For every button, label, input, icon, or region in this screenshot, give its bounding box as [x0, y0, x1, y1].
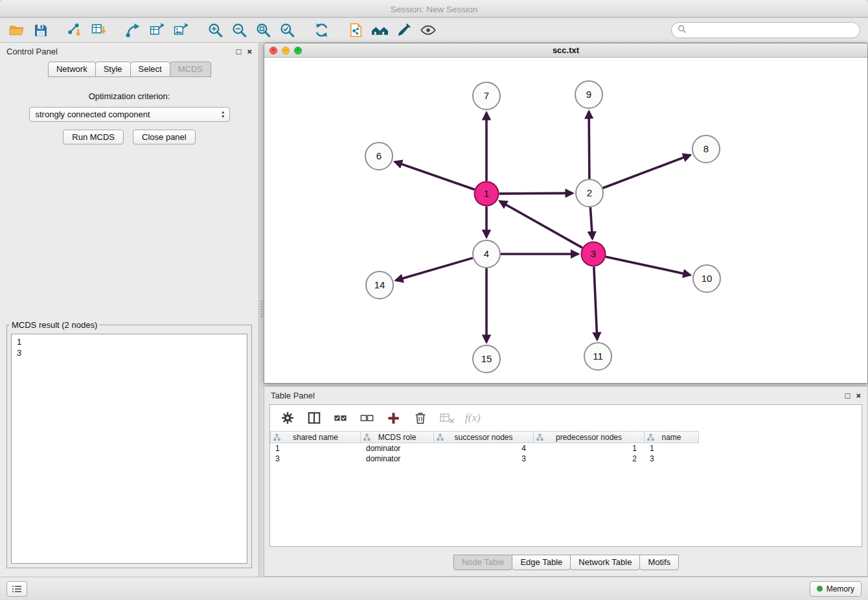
close-table-panel-icon[interactable]: × — [856, 391, 861, 400]
toolbar-group — [347, 21, 437, 39]
delete-row-icon[interactable] — [412, 410, 428, 426]
zoom-selected-icon[interactable] — [279, 21, 296, 39]
criterion-select[interactable]: strongly connected component ▲ ▼ — [29, 107, 230, 122]
edge-3-11[interactable] — [594, 266, 597, 340]
table-row[interactable]: 3dominator323 — [270, 454, 862, 464]
table-cell: 3 — [434, 454, 534, 463]
clear-selection-icon[interactable] — [359, 410, 375, 426]
export-table-icon[interactable] — [148, 21, 166, 39]
column-header-MCDS-role[interactable]: MCDS role — [361, 431, 434, 443]
float-panel-icon[interactable]: □ — [236, 47, 242, 56]
network-window-title: scc.txt — [553, 45, 579, 55]
columns-icon[interactable] — [306, 410, 322, 426]
attribute-tree-icon — [536, 433, 543, 443]
search-box[interactable] — [671, 22, 860, 38]
table-row[interactable]: 1dominator411 — [270, 443, 862, 454]
panel-list-icon[interactable] — [6, 581, 27, 597]
column-header-name[interactable]: name — [645, 431, 699, 443]
zoom-in-icon[interactable] — [207, 21, 224, 39]
mcds-result-title: MCDS result (2 nodes) — [10, 320, 99, 330]
attribute-tree-icon — [273, 433, 280, 443]
close-panel-icon[interactable]: × — [247, 47, 252, 56]
gear-icon[interactable] — [279, 410, 295, 426]
control-panel: Control Panel □ × NetworkStyleSelectMCDS… — [0, 43, 259, 577]
close-window-icon[interactable]: × — [269, 47, 277, 54]
close-panel-button[interactable]: Close panel — [133, 130, 196, 144]
delete-table-icon[interactable] — [439, 410, 455, 426]
node-label: 2 — [587, 187, 592, 198]
toolbar-group — [66, 21, 108, 39]
node-label: 4 — [484, 248, 489, 259]
node-label: 9 — [586, 89, 591, 100]
tab-network-table[interactable]: Network Table — [570, 555, 640, 570]
open-icon[interactable] — [8, 21, 25, 39]
minimize-window-icon[interactable]: − — [282, 47, 290, 54]
panel-divider[interactable] — [259, 43, 264, 577]
column-header-successor-nodes[interactable]: successor nodes — [434, 431, 534, 443]
optimization-label: Optimization criterion: — [0, 91, 258, 101]
zoom-window-icon[interactable]: + — [294, 47, 302, 54]
node-label: 3 — [591, 248, 596, 259]
network-canvas[interactable]: 7968124314101511 — [264, 58, 867, 384]
home-icon[interactable] — [371, 21, 389, 39]
tab-style[interactable]: Style — [95, 62, 131, 77]
node-label: 10 — [702, 273, 713, 284]
eye-icon[interactable] — [419, 21, 437, 39]
table-content: f(x) shared nameMCDS rolesuccessor nodes… — [269, 404, 862, 547]
network-window: × − + scc.txt 7968124314101511 — [264, 43, 868, 384]
attribute-tree-icon — [437, 433, 444, 443]
column-header-label: predecessor nodes — [556, 433, 622, 442]
column-header-predecessor-nodes[interactable]: predecessor nodes — [534, 431, 645, 443]
tab-node-table[interactable]: Node Table — [453, 555, 513, 570]
edge-2-8[interactable] — [603, 155, 691, 188]
app-titlebar[interactable]: Session: New Session — [0, 0, 868, 17]
zoom-fit-icon[interactable] — [255, 21, 272, 39]
combo-stepper-icon: ▲ ▼ — [221, 110, 225, 119]
memory-indicator-icon — [817, 586, 823, 592]
column-header-label: MCDS role — [378, 433, 417, 442]
style-icon[interactable] — [395, 21, 413, 39]
table-panel-header: Table Panel □ × — [264, 387, 867, 404]
select-all-icon[interactable] — [332, 410, 348, 426]
tab-network[interactable]: Network — [48, 62, 96, 77]
export-image-icon[interactable] — [172, 21, 190, 39]
save-icon[interactable] — [32, 21, 49, 39]
zoom-out-icon[interactable] — [231, 21, 248, 39]
tab-mcds[interactable]: MCDS — [170, 62, 211, 77]
table-tabs: Node TableEdge TableNetwork TableMotifs — [264, 555, 867, 570]
edge-2-9[interactable] — [589, 111, 589, 179]
float-table-panel-icon[interactable]: □ — [845, 391, 851, 400]
export-network-icon[interactable] — [124, 21, 142, 39]
result-line: 3 — [17, 347, 242, 358]
node-label: 6 — [376, 150, 382, 161]
mcds-result-list[interactable]: 13 — [11, 334, 247, 564]
column-header-label: shared name — [293, 433, 338, 442]
edge-1-2[interactable] — [499, 193, 573, 194]
edge-1-6[interactable] — [395, 162, 475, 190]
function-builder-icon[interactable]: f(x) — [465, 411, 481, 424]
column-header-shared-name[interactable]: shared name — [270, 431, 361, 443]
network-window-titlebar[interactable]: × − + scc.txt — [264, 43, 867, 58]
edge-2-3[interactable] — [590, 207, 592, 239]
import-table-icon[interactable] — [90, 21, 108, 39]
add-row-icon[interactable] — [385, 410, 402, 426]
table-body: 1dominator4113dominator323 — [270, 443, 862, 464]
search-input[interactable] — [690, 25, 854, 36]
memory-button[interactable]: Memory — [810, 581, 862, 597]
tab-edge-table[interactable]: Edge Table — [512, 555, 571, 570]
tab-select[interactable]: Select — [130, 62, 170, 77]
attribute-tree-icon — [647, 433, 654, 443]
toolbar-group — [313, 21, 330, 39]
network-file-icon[interactable] — [347, 21, 365, 39]
edge-4-14[interactable] — [396, 258, 473, 281]
edge-3-10[interactable] — [606, 257, 691, 275]
edge-3-1[interactable] — [499, 202, 582, 248]
run-mcds-button[interactable]: Run MCDS — [63, 130, 124, 144]
criterion-value: strongly connected component — [36, 110, 222, 119]
table-cell: 1 — [270, 444, 361, 453]
tab-motifs[interactable]: Motifs — [639, 555, 679, 570]
import-network-icon[interactable] — [66, 21, 84, 39]
refresh-icon[interactable] — [313, 21, 330, 39]
node-label: 15 — [481, 353, 492, 364]
node-label: 7 — [484, 90, 489, 101]
